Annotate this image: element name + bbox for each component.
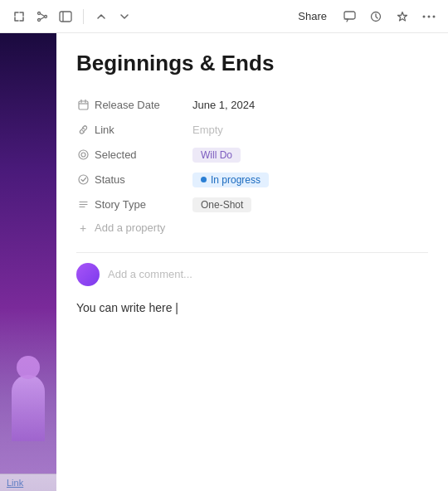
nav-down-icon[interactable]	[115, 7, 134, 26]
release-date-label: Release Date	[76, 99, 192, 112]
expand-icon[interactable]	[10, 7, 28, 26]
svg-point-9	[433, 15, 436, 17]
svg-point-1	[45, 15, 47, 17]
toolbar-left	[10, 7, 290, 26]
story-type-label-text: Story Type	[95, 198, 146, 211]
add-icon: +	[76, 221, 90, 235]
branch-icon[interactable]	[33, 7, 51, 26]
status-badge[interactable]: In progress	[192, 173, 269, 187]
svg-point-14	[79, 150, 88, 159]
select-icon	[76, 148, 90, 162]
calendar-icon	[76, 99, 90, 112]
list-icon	[76, 198, 90, 211]
status-dot	[201, 177, 207, 182]
toolbar-right: Share	[293, 7, 438, 26]
history-icon[interactable]	[367, 7, 385, 26]
svg-rect-3	[60, 12, 71, 22]
add-property-row[interactable]: + Add a property	[76, 217, 428, 239]
svg-point-7	[423, 15, 426, 17]
property-release-date: Release Date June 1, 2024	[76, 93, 428, 118]
add-property-label: Add a property	[95, 221, 165, 234]
property-status: Status In progress	[76, 168, 428, 192]
sidebar-cover-image: Link	[0, 33, 56, 491]
svg-rect-5	[344, 12, 355, 19]
svg-rect-10	[79, 101, 88, 109]
selected-label: Selected	[76, 148, 192, 162]
properties-section: Release Date June 1, 2024 Link Empty	[76, 93, 428, 239]
link-value[interactable]: Empty	[192, 124, 428, 136]
main-content: Link Beginnings & Ends Release Da	[0, 33, 448, 491]
sidebar-icon[interactable]	[56, 7, 75, 26]
link-icon	[76, 124, 90, 137]
link-label-text: Link	[95, 124, 114, 136]
section-divider	[76, 252, 428, 253]
selected-badge[interactable]: Will Do	[192, 148, 241, 163]
svg-point-15	[81, 153, 85, 157]
status-label: Status	[76, 173, 192, 187]
svg-point-8	[428, 15, 431, 17]
release-date-label-text: Release Date	[95, 99, 160, 111]
svg-point-16	[79, 175, 88, 184]
share-button[interactable]: Share	[293, 8, 332, 24]
page-title: Beginnings & Ends	[76, 50, 428, 78]
link-tooltip[interactable]: Link	[0, 474, 56, 491]
write-area-text: You can write here	[76, 301, 172, 314]
selected-value[interactable]: Will Do	[192, 148, 428, 163]
comment-input[interactable]: Add a comment...	[108, 268, 192, 280]
svg-point-0	[38, 12, 41, 14]
divider-1	[83, 9, 84, 24]
toolbar: Share	[0, 0, 448, 33]
status-badge-text: In progress	[211, 174, 261, 186]
star-icon[interactable]	[393, 7, 411, 26]
release-date-value[interactable]: June 1, 2024	[192, 99, 428, 111]
nav-up-icon[interactable]	[92, 7, 110, 26]
property-link: Link Empty	[76, 118, 428, 143]
comment-area: Add a comment...	[76, 263, 428, 286]
property-story-type: Story Type One-Shot	[76, 192, 428, 217]
user-avatar	[76, 263, 100, 286]
page-content: Beginnings & Ends Release Date	[56, 33, 448, 491]
story-type-label: Story Type	[76, 198, 192, 211]
link-label: Link	[76, 124, 192, 137]
comment-icon[interactable]	[340, 7, 358, 26]
selected-label-text: Selected	[95, 148, 137, 161]
status-label-text: Status	[95, 173, 125, 186]
property-selected: Selected Will Do	[76, 143, 428, 168]
status-icon	[76, 173, 90, 187]
story-type-value[interactable]: One-Shot	[192, 197, 428, 212]
more-icon[interactable]	[420, 7, 438, 26]
status-value[interactable]: In progress	[192, 173, 428, 187]
write-area[interactable]: You can write here	[76, 299, 428, 319]
story-type-badge[interactable]: One-Shot	[192, 197, 251, 212]
svg-point-2	[38, 18, 41, 21]
